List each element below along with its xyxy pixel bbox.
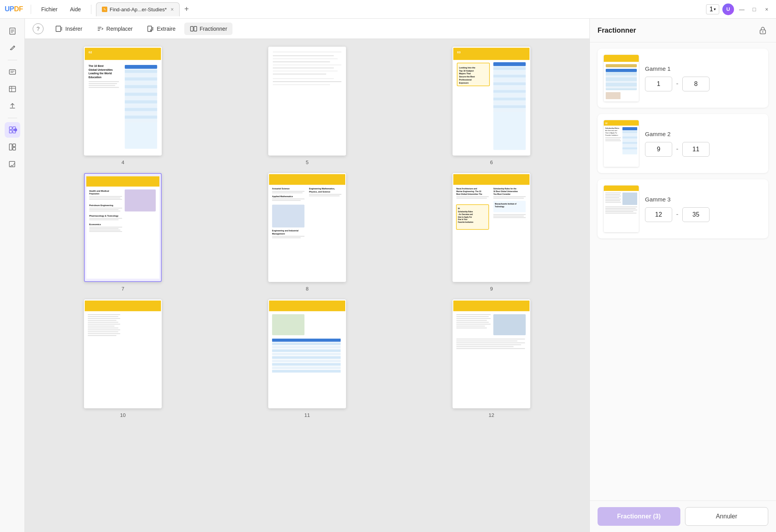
tab-close-btn[interactable]: × [171, 6, 174, 12]
range-end-2[interactable] [682, 142, 710, 157]
svg-rect-81 [493, 79, 526, 81]
svg-rect-49 [125, 108, 157, 111]
svg-rect-27 [85, 48, 161, 60]
svg-rect-218 [605, 137, 621, 138]
range-start-1[interactable] [645, 77, 672, 91]
svg-rect-107 [89, 228, 119, 229]
svg-rect-77 [493, 62, 526, 66]
svg-rect-237 [605, 199, 621, 200]
svg-rect-40 [125, 74, 157, 77]
lock-icon[interactable] [757, 25, 768, 36]
svg-rect-113 [272, 191, 304, 192]
svg-rect-41 [125, 77, 157, 80]
page-thumb-6[interactable]: 03 Looking Into the Top 10 Subject Major… [453, 47, 530, 156]
menu-fichier[interactable]: Fichier [36, 5, 63, 14]
svg-text:Best Global Universities The: Best Global Universities The [456, 193, 482, 195]
sidebar-item-organize-wrap [5, 122, 20, 138]
sidebar-item-organize[interactable] [5, 122, 20, 138]
svg-text:Applied Mathematics: Applied Mathematics [272, 195, 293, 198]
sidebar-item-edit[interactable] [5, 40, 20, 56]
svg-rect-44 [125, 89, 157, 92]
svg-rect-45 [125, 93, 157, 96]
page-thumb-8[interactable]: Actuarial Science Applied Mathematics En… [268, 173, 346, 282]
svg-rect-189 [456, 326, 485, 326]
svg-rect-184 [456, 316, 489, 317]
replace-label: Remplacer [107, 26, 133, 32]
svg-text:Scholarship Rules for the: Scholarship Rules for the [493, 188, 517, 190]
svg-point-198 [762, 32, 764, 33]
svg-rect-10 [9, 127, 12, 130]
svg-rect-61 [273, 74, 326, 74]
extract-label: Extraire [157, 26, 175, 32]
sidebar-item-pages[interactable] [5, 23, 20, 39]
page-thumb-5[interactable] [268, 47, 346, 156]
split-button[interactable]: Fractionner (3) [598, 507, 680, 526]
svg-rect-99 [89, 208, 122, 208]
sidebar-item-export[interactable] [5, 98, 20, 114]
svg-rect-194 [456, 345, 521, 345]
extract-button[interactable]: Extraire [141, 23, 181, 35]
svg-rect-23 [191, 26, 193, 31]
range-dash-1: - [676, 80, 678, 88]
svg-text:The 10 Best: The 10 Best [89, 65, 104, 67]
svg-rect-39 [125, 70, 157, 73]
cancel-button[interactable]: Annuler [685, 507, 769, 526]
page-thumb-12[interactable] [453, 299, 530, 408]
svg-rect-146 [493, 198, 524, 199]
range-start-3[interactable] [645, 207, 672, 222]
replace-button[interactable]: Remplacer [91, 23, 138, 35]
page-item-5: 5 [221, 47, 393, 165]
range-end-1[interactable] [682, 77, 710, 91]
svg-text:Preparation: Preparation [89, 193, 100, 195]
range-start-2[interactable] [645, 142, 672, 157]
minimize-button[interactable]: — [737, 5, 746, 14]
close-button[interactable]: × [762, 5, 771, 14]
svg-rect-239 [605, 202, 621, 203]
page-thumb-9[interactable]: Naval Architecture and Marine Engineerin… [453, 173, 530, 282]
svg-rect-97 [125, 189, 156, 211]
insert-icon [55, 25, 63, 33]
page-thumb-7[interactable]: Health and Medical Preparation Petroleum… [84, 173, 162, 282]
page-thumb-10[interactable] [84, 299, 162, 408]
help-button[interactable]: ? [33, 23, 44, 34]
split-icon [190, 25, 197, 33]
sidebar-item-table[interactable] [5, 81, 20, 97]
menu-aide[interactable]: Aide [65, 5, 86, 14]
chevron-down-icon: ▾ [714, 7, 716, 11]
tab-current[interactable]: ✎ Find-and-Ap...er-Studies* × [96, 2, 180, 16]
svg-rect-7 [9, 86, 16, 92]
svg-rect-187 [456, 322, 489, 323]
svg-rect-87 [493, 102, 526, 104]
svg-text:Education: Education [89, 76, 101, 79]
svg-rect-50 [125, 112, 157, 115]
insert-button[interactable]: Insérer [50, 23, 88, 35]
page-thumb-4[interactable]: 02 The 10 Best Global Universities Leadi… [84, 47, 162, 156]
range-thumb-1 [604, 55, 639, 102]
svg-text:Actuarial Science: Actuarial Science [272, 187, 290, 190]
range-info-1: Gamme 1 - [645, 65, 762, 91]
svg-rect-133 [456, 198, 487, 199]
svg-rect-169 [272, 314, 304, 335]
range-end-3[interactable] [682, 207, 710, 222]
user-avatar[interactable]: U [722, 4, 734, 15]
svg-text:Engineering and Industrial: Engineering and Industrial [272, 229, 299, 232]
maximize-button[interactable]: □ [750, 5, 759, 14]
sidebar-item-annotate[interactable] [5, 64, 20, 80]
svg-rect-220 [605, 140, 621, 141]
svg-rect-18 [56, 26, 61, 32]
page-thumb-11[interactable] [268, 299, 346, 408]
split-toolbar-button[interactable]: Fractionner [184, 23, 233, 35]
range-label-2: Gamme 2 [645, 131, 762, 137]
range-info-3: Gamme 3 - [645, 196, 762, 222]
page-label-6: 6 [490, 159, 493, 165]
sidebar-separator2 [8, 118, 17, 118]
svg-rect-227 [622, 142, 637, 144]
sidebar-item-sign[interactable] [5, 156, 20, 172]
page-indicator[interactable]: 1 ▾ [706, 4, 719, 14]
svg-rect-208 [606, 84, 637, 86]
tab-doc-icon: ✎ [102, 7, 107, 12]
new-tab-button[interactable]: + [181, 4, 192, 15]
svg-rect-243 [605, 211, 633, 212]
sidebar-item-merge[interactable] [5, 139, 20, 155]
right-panel: Fractionner [589, 19, 776, 532]
